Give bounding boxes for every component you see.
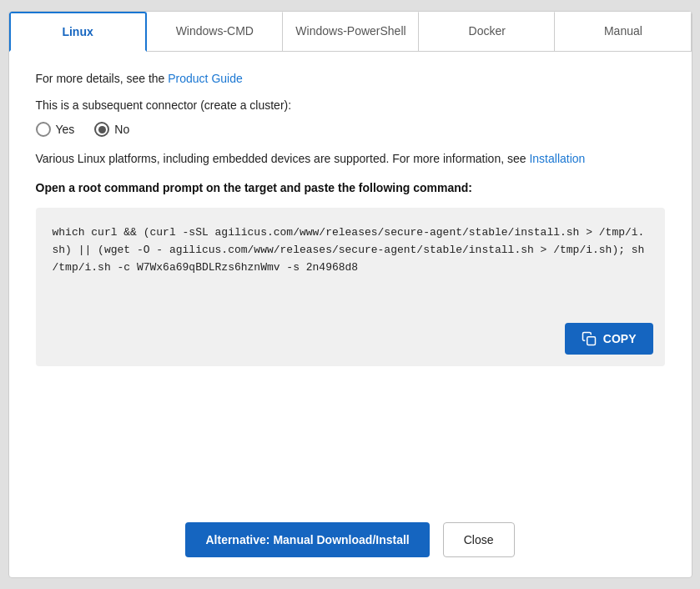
description-text: Various Linux platforms, including embed…: [36, 152, 530, 165]
tab-windows-cmd[interactable]: Windows-CMD: [147, 12, 283, 51]
platform-description: Various Linux platforms, including embed…: [36, 150, 665, 168]
close-button[interactable]: Close: [443, 522, 515, 557]
subsequent-connector-label: This is a subsequent connector (create a…: [36, 98, 665, 112]
tab-docker[interactable]: Docker: [419, 12, 555, 51]
radio-no-label: No: [114, 123, 129, 136]
modal-footer: Alternative: Manual Download/Install Clo…: [9, 509, 692, 577]
radio-yes-label: Yes: [56, 123, 75, 136]
radio-yes[interactable]: Yes: [36, 122, 75, 137]
subsequent-connector-group: This is a subsequent connector (create a…: [36, 98, 665, 137]
alternative-download-button[interactable]: Alternative: Manual Download/Install: [185, 522, 429, 557]
product-guide-line: For more details, see the Product Guide: [36, 72, 665, 85]
copy-button-label: COPY: [603, 332, 637, 345]
radio-no-circle: [94, 122, 109, 137]
modal-container: Linux Windows-CMD Windows-PowerShell Doc…: [8, 11, 692, 578]
tab-windows-powershell[interactable]: Windows-PowerShell: [283, 12, 419, 51]
installation-link[interactable]: Installation: [529, 152, 585, 165]
product-guide-link[interactable]: Product Guide: [168, 72, 243, 85]
svg-rect-0: [587, 337, 596, 345]
command-text: which curl && (curl -sSL agilicus.com/ww…: [53, 224, 648, 276]
modal-content: For more details, see the Product Guide …: [9, 52, 692, 509]
radio-options: Yes No: [36, 122, 665, 137]
radio-yes-circle: [36, 122, 51, 137]
copy-icon: [582, 331, 597, 346]
tab-manual[interactable]: Manual: [555, 12, 691, 51]
info-prefix: For more details, see the: [36, 72, 169, 85]
tab-linux[interactable]: Linux: [9, 12, 147, 52]
tab-bar: Linux Windows-CMD Windows-PowerShell Doc…: [9, 12, 692, 52]
instruction-text: Open a root command prompt on the target…: [36, 181, 665, 194]
code-block-wrapper: which curl && (curl -sSL agilicus.com/ww…: [36, 208, 665, 366]
radio-no[interactable]: No: [94, 122, 129, 137]
copy-button[interactable]: COPY: [565, 323, 653, 355]
